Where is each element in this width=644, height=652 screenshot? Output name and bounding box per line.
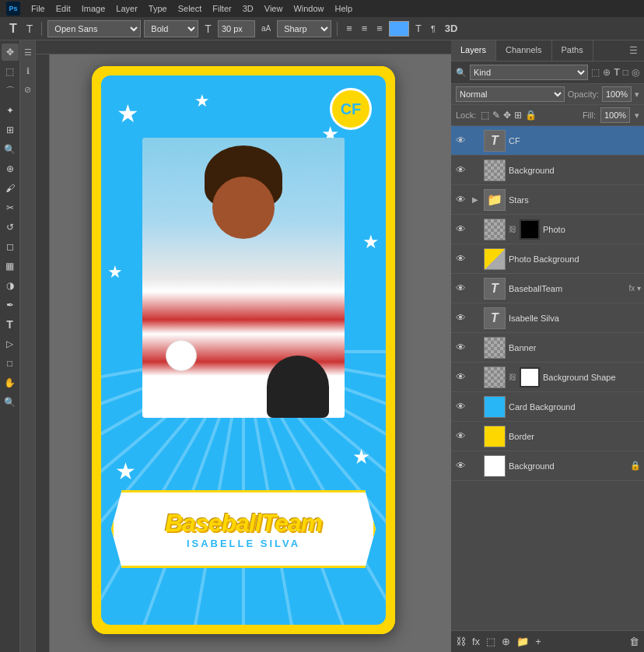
filter-shape-icon[interactable]: □ <box>623 67 628 78</box>
menu-view[interactable]: View <box>260 2 288 15</box>
crop-tool[interactable]: ⊞ <box>2 121 19 138</box>
new-fill-layer-icon[interactable]: ⊕ <box>502 636 510 647</box>
eye-bg-shape[interactable]: 👁 <box>454 371 467 383</box>
menu-image[interactable]: Image <box>77 2 110 15</box>
eye-card-bg[interactable]: 👁 <box>454 401 467 412</box>
layer-item-background-img[interactable]: 👁 Background <box>451 156 644 185</box>
align-right-icon[interactable]: ≡ <box>373 21 386 36</box>
gradient-tool[interactable]: ▦ <box>2 258 19 275</box>
dodge-tool[interactable]: ◑ <box>2 277 19 294</box>
lock-position-icon[interactable]: ✥ <box>503 110 511 121</box>
menu-help[interactable]: Help <box>331 2 358 15</box>
menu-file[interactable]: File <box>26 2 50 15</box>
layer-item-photo-bg[interactable]: 👁 Photo Background <box>451 244 644 274</box>
tab-paths[interactable]: Paths <box>552 40 593 61</box>
eye-stars[interactable]: 👁 <box>454 194 467 205</box>
clone-tool[interactable]: ✂ <box>2 199 19 216</box>
layer-item-border[interactable]: 👁 Border <box>451 422 644 451</box>
lasso-tool[interactable]: ⌒ <box>2 82 19 100</box>
eye-border[interactable]: 👁 <box>454 430 467 442</box>
history-tool[interactable]: ↺ <box>2 219 19 236</box>
lock-artboard-icon[interactable]: ⊞ <box>514 110 522 121</box>
add-mask-icon[interactable]: ⬚ <box>486 636 495 647</box>
panel-menu-icon[interactable]: ☰ <box>623 40 644 61</box>
new-group-icon[interactable]: 📁 <box>516 636 529 647</box>
menu-select[interactable]: Select <box>173 2 207 15</box>
menu-type[interactable]: Type <box>144 2 172 15</box>
layer-name-photo: Photo <box>543 225 641 234</box>
eye-background-locked[interactable]: 👁 <box>454 460 467 471</box>
filter-adjust-icon[interactable]: ⊕ <box>603 67 611 78</box>
filter-smart-icon[interactable]: ◎ <box>632 67 639 78</box>
opacity-arrow[interactable]: ▾ <box>635 89 639 100</box>
move-tool[interactable]: ✥ <box>2 44 19 61</box>
menu-layer[interactable]: Layer <box>111 2 142 15</box>
type-tool[interactable]: T <box>2 316 19 333</box>
layer-item-baseball-team[interactable]: 👁 T BaseballTeam fx ▾ <box>451 274 644 303</box>
filter-type-icon[interactable]: T <box>614 67 619 78</box>
layers-icon[interactable]: ☰ <box>21 45 35 59</box>
text-tool-icon[interactable]: T <box>6 20 20 37</box>
eye-photo[interactable]: 👁 <box>454 223 467 235</box>
eye-background-img[interactable]: 👁 <box>454 164 467 176</box>
layer-item-card-bg[interactable]: 👁 Card Background <box>451 392 644 422</box>
eyedropper-tool[interactable]: 🔍 <box>2 141 19 158</box>
zoom-tool[interactable]: 🔍 <box>2 394 19 411</box>
magic-wand-tool[interactable]: ✦ <box>2 102 19 119</box>
path-tool[interactable]: ▷ <box>2 335 19 352</box>
3d-mode-icon[interactable]: 3D <box>442 21 461 36</box>
lock-pixels-icon[interactable]: ✎ <box>492 110 500 121</box>
filter-pixel-icon[interactable]: ⬚ <box>591 67 600 78</box>
layer-item-background-locked[interactable]: 👁 Background 🔒 <box>451 451 644 481</box>
eraser-tool[interactable]: ◻ <box>2 238 19 255</box>
menu-3d[interactable]: 3D <box>238 2 258 15</box>
properties-icon[interactable]: ℹ <box>21 64 35 78</box>
fill-input[interactable] <box>600 107 630 123</box>
mask-bg-shape <box>520 367 540 387</box>
warp-text-icon[interactable]: T <box>412 21 425 36</box>
font-style-select[interactable]: Bold <box>144 20 198 37</box>
adjust-icon[interactable]: ⊘ <box>21 82 35 96</box>
text-color-swatch[interactable] <box>389 21 409 37</box>
text-orientation-icon[interactable]: T <box>23 21 37 37</box>
eye-isabelle[interactable]: 👁 <box>454 312 467 324</box>
eye-cf[interactable]: 👁 <box>454 135 467 146</box>
character-panel-icon[interactable]: ¶ <box>428 23 439 35</box>
hand-tool[interactable]: ✋ <box>2 374 19 391</box>
delete-layer-icon[interactable]: 🗑 <box>629 636 639 647</box>
layer-item-isabelle[interactable]: 👁 T Isabelle Silva <box>451 303 644 333</box>
layer-item-stars[interactable]: 👁 ▶ 📁 Stars <box>451 185 644 215</box>
new-layer-icon[interactable]: + <box>535 636 541 647</box>
lock-all-icon[interactable]: 🔒 <box>525 110 537 121</box>
add-style-icon[interactable]: fx <box>472 636 480 647</box>
select-tool[interactable]: ⬚ <box>2 63 19 80</box>
menu-edit[interactable]: Edit <box>51 2 75 15</box>
eye-photo-bg[interactable]: 👁 <box>454 253 467 265</box>
link-layers-icon[interactable]: ⛓ <box>456 636 466 647</box>
font-size-input[interactable] <box>218 20 255 37</box>
shape-tool[interactable]: □ <box>2 355 19 372</box>
layer-item-photo[interactable]: 👁 ⛓ Photo <box>451 215 644 244</box>
brush-tool[interactable]: 🖌 <box>2 180 19 197</box>
align-left-icon[interactable]: ≡ <box>343 21 355 36</box>
eye-baseball-team[interactable]: 👁 <box>454 282 467 294</box>
tab-layers[interactable]: Layers <box>451 40 496 61</box>
opacity-input[interactable] <box>602 86 632 102</box>
lock-transparent-icon[interactable]: ⬚ <box>481 110 489 121</box>
anti-alias-select[interactable]: Sharp <box>277 20 331 37</box>
kind-select[interactable]: Kind <box>470 65 588 80</box>
menu-filter[interactable]: Filter <box>208 2 236 15</box>
layer-item-bg-shape[interactable]: 👁 ⛓ Background Shape <box>451 363 644 392</box>
pen-tool[interactable]: ✒ <box>2 296 19 314</box>
blend-mode-select[interactable]: Normal <box>456 86 565 102</box>
layer-item-banner[interactable]: 👁 Banner <box>451 333 644 363</box>
fill-arrow[interactable]: ▾ <box>635 110 639 121</box>
align-center-icon[interactable]: ≡ <box>359 21 371 36</box>
layer-item-cf[interactable]: 👁 T CF <box>451 126 644 156</box>
font-family-select[interactable]: Open Sans <box>47 20 141 37</box>
tab-channels[interactable]: Channels <box>496 40 551 61</box>
eye-banner[interactable]: 👁 <box>454 342 467 353</box>
menu-window[interactable]: Window <box>289 2 328 15</box>
expand-stars[interactable]: ▶ <box>470 195 481 204</box>
healing-tool[interactable]: ⊕ <box>2 160 19 177</box>
